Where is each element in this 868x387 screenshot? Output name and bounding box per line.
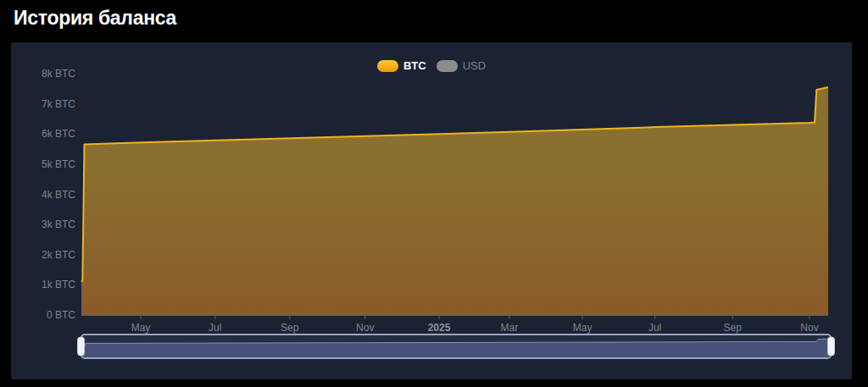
legend-label-btc: BTC (403, 60, 426, 72)
btc-legend-swatch-icon (377, 60, 398, 72)
chart-panel: BTC USD 0 BTC1k BTC2k BTC3k BTC4k BTC5k … (11, 42, 852, 379)
slider-left-handle[interactable] (77, 337, 85, 357)
legend-item-btc[interactable]: BTC (377, 60, 426, 72)
balance-area-chart[interactable] (11, 42, 852, 379)
legend-label-usd: USD (463, 60, 486, 72)
balance-history-page: История баланса BTC USD 0 BTC1k BTC2k BT… (0, 0, 868, 387)
page-title: История баланса (14, 7, 176, 30)
legend-item-usd[interactable]: USD (437, 60, 486, 72)
usd-legend-swatch-icon (437, 60, 458, 72)
slider-right-handle[interactable] (827, 337, 835, 357)
date-range-slider[interactable] (81, 334, 832, 359)
chart-legend: BTC USD (11, 60, 852, 72)
slider-preview (82, 335, 830, 357)
